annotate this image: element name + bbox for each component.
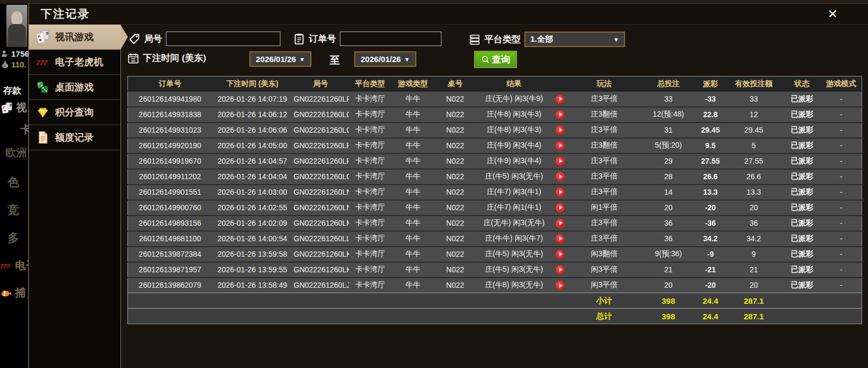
tag-icon [128,33,140,45]
sidebar-item-label: 电子老虎机 [55,56,103,68]
replay-play-icon[interactable] [555,141,565,150]
lobby-item-se[interactable]: 色 [7,174,19,190]
order-label: 订单号 [309,33,336,45]
bet-time-cell: 2026-01-26 14:00:54 [212,231,293,247]
total-bet-cell: 20 [641,278,697,293]
replay-play-icon[interactable] [555,157,565,166]
empty-cell [128,309,212,324]
platform-select[interactable]: 1.全部 ▼ [524,32,625,47]
game-mode-cell: - [821,200,862,216]
table-row: 2601261398719572026-01-26 13:59:55GN0222… [128,262,862,278]
svg-text:777: 777 [0,263,10,270]
date-to-dropdown[interactable]: 2026/01/26 ▼ [354,51,416,67]
empty-cell [476,293,552,309]
table-row: 2601261499201902026-01-26 14:05:00GN0222… [128,138,862,154]
screen: * 1756 $ 110. 存款 9K♥ 视 卡卡 欧洲 色 竞 多 777 电… [0,0,868,368]
table-number-cell: N022 [435,231,476,247]
deposit-button[interactable]: 存款 [1,85,21,97]
status-badge: 已派彩 [783,91,821,107]
money-bag-icon: $ [1,60,9,68]
play-method-cell: 庄3平倍 [568,216,641,231]
order-number-cell: 260126149881100 [128,231,212,247]
bet-time-filter-group: 下注时间 (美东) [127,52,206,64]
lobby-item-video[interactable]: 9K♥ 视 [1,101,27,115]
replay-cell [552,169,568,185]
svg-text:9: 9 [46,31,49,36]
date-from-dropdown[interactable]: 2026/01/26 ▼ [249,51,311,67]
payout-cell: 34.2 [697,231,725,247]
date-to-value: 2026/01/26 [361,55,401,64]
order-input[interactable] [340,32,441,46]
status-badge: 已派彩 [783,262,821,278]
deposit-label: 存款 [3,85,21,97]
table-number-cell: N022 [435,169,476,185]
empty-cell [349,309,392,324]
query-button[interactable]: 查询 [474,51,517,68]
table-row: 2601261499419802026-01-26 14:07:19GN0222… [128,91,862,107]
game-type-cell: 牛牛 [392,247,435,262]
replay-play-icon[interactable] [555,281,565,290]
sidebar-item-label: 桌面游戏 [55,81,94,94]
modal-content: 局号 订单号 平台类型 1.全部 ▼ [121,25,868,368]
sidebar-item-2[interactable]: 桌面游戏 [29,75,120,100]
payout-cell: 9.5 [697,138,725,154]
valid-bet-cell: 20 [725,278,783,293]
replay-play-icon[interactable] [555,126,565,135]
replay-play-icon[interactable] [555,95,565,104]
empty-cell [552,293,568,309]
lobby-item-duo[interactable]: 多 [7,230,19,246]
table-row: 2601261499015512026-01-26 14:03:00GN0222… [128,185,862,200]
sidebar-item-3[interactable]: 积分查询 [29,100,120,125]
replay-play-icon[interactable] [555,110,565,119]
replay-play-icon[interactable] [555,172,565,181]
modal-titlebar: 下注记录 ✕ [29,4,868,25]
play-method-cell: 闲3平倍 [568,262,641,278]
status-badge: 已派彩 [783,138,821,154]
status-badge: 已派彩 [783,185,821,200]
replay-cell [552,216,568,231]
lobby-item-europe[interactable]: 欧洲 [5,145,27,160]
order-number-cell: 260126149919670 [128,154,212,169]
replay-play-icon[interactable] [555,234,565,243]
result-cell: 庄(牛7) 闲3(牛1) [476,185,552,200]
sidebar-item-0[interactable]: 9K♥视讯游戏 [29,25,120,50]
round-id-cell: GN022261260LP [293,138,349,154]
game-type-cell: 牛牛 [392,262,435,278]
payout-cell: 22.8 [697,107,725,122]
sidebar-item-4[interactable]: 额度记录 [29,125,120,150]
bet-time-cell: 2026-01-26 14:06:06 [212,122,293,138]
valid-bet-cell: 21 [725,262,783,278]
replay-play-icon[interactable] [555,219,565,228]
game-type-cell: 牛牛 [392,122,435,138]
total-bet-cell: 9(预:36) [641,247,697,262]
query-button-label: 查询 [492,53,510,66]
payout-cell: -20 [697,278,725,293]
chevron-down-icon: ▼ [613,36,619,43]
lobby-item-fishing[interactable]: 捕 [0,286,26,300]
sidebar-item-label: 额度记录 [55,131,94,144]
result-cell: 庄(牛7) 闲1(牛1) [476,200,552,216]
result-cell: 庄(无牛) 闲3(无牛) [476,216,552,231]
payout-cell: -33 [697,91,725,107]
round-input[interactable] [166,32,280,46]
bet-time-cell: 2026-01-26 14:07:19 [212,91,293,107]
bet-time-cell: 2026-01-26 14:02:09 [212,216,293,231]
avatar[interactable] [6,5,27,47]
replay-play-icon[interactable] [555,203,565,212]
game-type-cell: 牛牛 [392,200,435,216]
lobby-item-jing[interactable]: 竞 [7,202,19,218]
table-number-cell: N022 [435,185,476,200]
sidebar-item-1[interactable]: 777电子老虎机 [29,50,120,75]
result-cell: 庄(牛牛) 闲3(牛7) [476,231,552,247]
replay-play-icon[interactable] [555,188,565,197]
platform-cell: 卡卡湾厅 [349,169,392,185]
column-header: 状态 [783,76,821,91]
replay-play-icon[interactable] [555,265,565,274]
round-id-cell: GN022261260LN [293,200,349,216]
replay-cell [552,231,568,247]
round-id-cell: GN022261260LO [293,169,349,185]
document-icon [36,131,50,144]
search-icon [481,55,490,64]
replay-play-icon[interactable] [555,250,565,259]
close-icon[interactable]: ✕ [825,6,840,21]
